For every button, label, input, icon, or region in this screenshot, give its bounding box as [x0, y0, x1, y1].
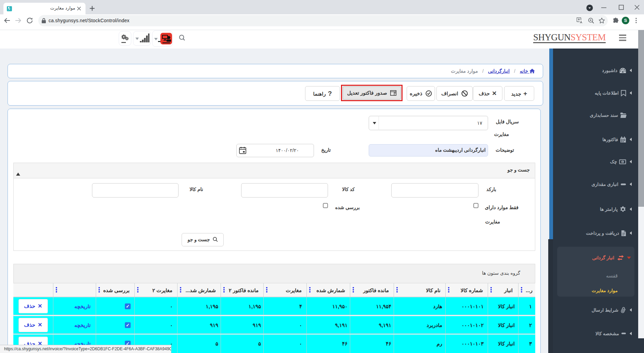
svg-text:1: 1 [622, 161, 623, 163]
